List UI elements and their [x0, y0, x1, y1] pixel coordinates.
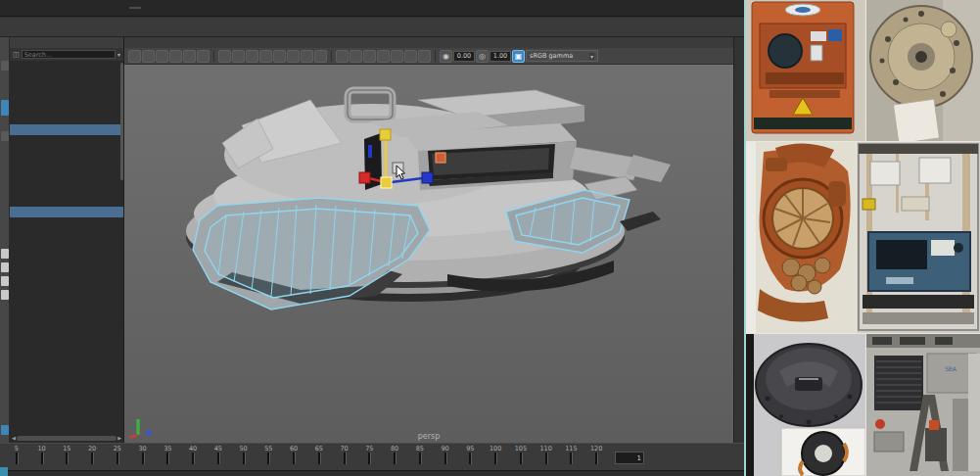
- menubar-item[interactable]: [61, 7, 72, 9]
- time-slider-ticks[interactable]: 5 10 15 20: [0, 444, 611, 470]
- range-slider-handle[interactable]: [0, 467, 8, 476]
- hud-icon[interactable]: [301, 50, 313, 63]
- frame-tick[interactable]: 55: [257, 445, 282, 470]
- snap-grid-icon[interactable]: [128, 50, 141, 63]
- color-management-icon[interactable]: ▣: [512, 50, 525, 63]
- menubar-item[interactable]: [20, 7, 31, 9]
- outliner-item[interactable]: [10, 94, 123, 105]
- frame-tick[interactable]: 110: [534, 445, 559, 470]
- current-frame-field[interactable]: 1: [615, 452, 644, 464]
- menubar-item[interactable]: [102, 7, 114, 9]
- resolution-gate-icon[interactable]: [232, 50, 245, 63]
- grease-pencil-icon[interactable]: [169, 50, 182, 63]
- menubar-item[interactable]: [163, 7, 174, 9]
- layout-single-pane-button[interactable]: [1, 249, 9, 259]
- outliner-item[interactable]: [10, 63, 123, 73]
- frame-tick[interactable]: 20: [79, 445, 105, 470]
- frame-tick[interactable]: 45: [206, 445, 231, 470]
- frame-tick[interactable]: 50: [231, 445, 257, 470]
- range-slider[interactable]: [0, 470, 746, 476]
- menubar-item[interactable]: [116, 7, 127, 9]
- exposure-icon[interactable]: ◉: [440, 50, 452, 63]
- frame-tick[interactable]: 30: [130, 445, 156, 470]
- outliner-search-input[interactable]: [22, 50, 116, 59]
- safe-title-icon[interactable]: [287, 50, 300, 63]
- menubar-item[interactable]: [88, 7, 100, 9]
- viewport-canvas[interactable]: [124, 65, 733, 443]
- frame-tick[interactable]: 25: [105, 445, 130, 470]
- symmetry-icon[interactable]: [156, 50, 168, 63]
- outliner-item[interactable]: [10, 197, 123, 208]
- xray-icon[interactable]: [418, 50, 431, 63]
- film-gate-icon[interactable]: [218, 50, 231, 63]
- frame-tick[interactable]: 75: [357, 445, 383, 470]
- menubar-item[interactable]: [143, 7, 155, 9]
- menubar-item[interactable]: [196, 7, 200, 9]
- frame-tick[interactable]: 65: [306, 445, 332, 470]
- outliner-horizontal-scrollbar[interactable]: ◀ ▶: [12, 434, 121, 442]
- menubar-item[interactable]: [176, 7, 180, 9]
- gamma-icon[interactable]: ◎: [476, 50, 489, 63]
- shadows-icon[interactable]: [391, 50, 403, 63]
- select-tool-button[interactable]: [1, 61, 9, 71]
- menubar-item[interactable]: [157, 7, 161, 9]
- move-tool-button[interactable]: [1, 131, 9, 141]
- menubar-item[interactable]: [33, 7, 45, 9]
- scrollbar-thumb[interactable]: [17, 436, 117, 441]
- outliner-vertical-scrollbar[interactable]: [120, 63, 123, 180]
- scroll-left-icon[interactable]: ◀: [12, 435, 16, 441]
- frame-tick[interactable]: 15: [55, 445, 80, 470]
- menubar-item[interactable]: [221, 7, 233, 9]
- gamma-field[interactable]: 1.00: [490, 51, 511, 62]
- menubar-item[interactable]: [202, 7, 213, 9]
- view-transform-dropdown[interactable]: sRGB gamma ▾: [526, 50, 598, 62]
- outliner-item[interactable]: [10, 186, 123, 197]
- frame-tick[interactable]: 100: [483, 445, 508, 470]
- outliner-item[interactable]: [10, 176, 123, 187]
- outliner-item[interactable]: [10, 135, 123, 146]
- frame-tick[interactable]: 35: [156, 445, 181, 470]
- frame-tick[interactable]: 120: [583, 445, 609, 470]
- angle-snap-icon[interactable]: [197, 50, 210, 63]
- frame-tick[interactable]: 80: [382, 445, 407, 470]
- exposure-field[interactable]: 0.00: [453, 51, 475, 62]
- menubar-item[interactable]: [74, 7, 86, 9]
- outliner-item[interactable]: [10, 145, 123, 156]
- frame-tick[interactable]: 105: [508, 445, 534, 470]
- active-tool-button[interactable]: [1, 100, 9, 116]
- outliner-item[interactable]: [10, 156, 123, 167]
- outliner-item[interactable]: [10, 166, 123, 176]
- layout-four-pane-button[interactable]: [1, 262, 9, 272]
- outliner-item[interactable]: [10, 207, 123, 217]
- object-details-icon[interactable]: [314, 50, 327, 63]
- outliner-item[interactable]: [10, 124, 123, 135]
- frame-tick[interactable]: 10: [29, 445, 55, 470]
- layout-split-button[interactable]: [1, 276, 9, 286]
- menubar-item[interactable]: [215, 7, 219, 9]
- frame-tick[interactable]: 95: [458, 445, 484, 470]
- frame-tick[interactable]: 85: [407, 445, 433, 470]
- outliner-item[interactable]: [10, 104, 123, 115]
- layout-outliner-button[interactable]: [1, 290, 9, 300]
- textured-icon[interactable]: [363, 50, 376, 63]
- layout-active-button[interactable]: [1, 425, 9, 435]
- lighting-icon[interactable]: [377, 50, 390, 63]
- frame-tick[interactable]: 115: [559, 445, 584, 470]
- pivot-icon[interactable]: [183, 50, 196, 63]
- wireframe-icon[interactable]: [336, 50, 349, 63]
- outliner-item[interactable]: [10, 83, 123, 94]
- frame-tick[interactable]: 70: [332, 445, 357, 470]
- menubar-item[interactable]: [129, 7, 141, 9]
- frame-tick[interactable]: 60: [281, 445, 306, 470]
- selection-mask-icon[interactable]: [142, 50, 155, 63]
- menubar-item[interactable]: [6, 7, 18, 9]
- outliner-item[interactable]: [10, 115, 123, 125]
- menubar-item[interactable]: [47, 7, 59, 9]
- menubar-item[interactable]: [182, 7, 194, 9]
- gate-mask-icon[interactable]: [246, 50, 258, 63]
- field-chart-icon[interactable]: [259, 50, 272, 63]
- scroll-right-icon[interactable]: ▶: [117, 435, 121, 441]
- frame-tick[interactable]: 40: [180, 445, 206, 470]
- shaded-icon[interactable]: [350, 50, 362, 63]
- safe-action-icon[interactable]: [273, 50, 286, 63]
